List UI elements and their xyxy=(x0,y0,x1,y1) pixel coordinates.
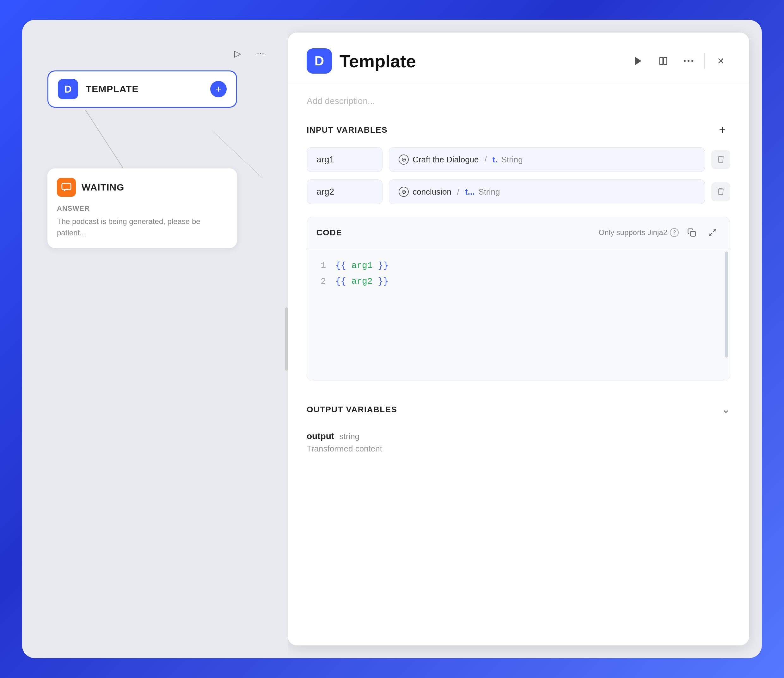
template-node-add-button[interactable]: + xyxy=(210,81,227,97)
code-header-right: Only supports Jinja2 ? xyxy=(599,225,720,240)
code-line-1: 1 {{ arg1 }} xyxy=(316,258,720,274)
panel-app-icon: D xyxy=(307,48,332,74)
panel-more-button[interactable] xyxy=(679,51,698,70)
add-variable-button[interactable]: + xyxy=(714,122,730,138)
canvas-decorative-svg xyxy=(22,20,288,658)
answer-section: ANSWER The podcast is being generated, p… xyxy=(57,204,228,238)
code-copy-button[interactable] xyxy=(684,225,700,240)
variable-source-t-1: t. xyxy=(493,155,497,165)
output-var-type: string xyxy=(340,432,360,441)
canvas-toolbar: ▷ ··· xyxy=(229,45,269,62)
delete-variable-button-2[interactable] xyxy=(711,182,730,201)
panel-content[interactable]: Add description... INPUT VARIABLES + arg… xyxy=(288,83,749,645)
panel-resize-handle[interactable] xyxy=(285,307,288,371)
variable-source-slash-2: / xyxy=(457,187,459,197)
jinja-info: Only supports Jinja2 ? xyxy=(599,228,679,237)
svg-marker-3 xyxy=(635,58,641,65)
code-scrollbar xyxy=(725,252,728,358)
code-expand-button[interactable] xyxy=(705,225,720,240)
code-var-2: arg2 xyxy=(346,277,378,286)
main-container: ▷ ··· D TEMPLATE + xyxy=(22,20,762,658)
svg-line-0 xyxy=(85,110,123,168)
svg-point-7 xyxy=(687,60,689,62)
template-node-label: TEMPLATE xyxy=(86,84,139,95)
svg-rect-2 xyxy=(62,183,71,190)
variable-source-name-1: Craft the Dialogue xyxy=(413,155,479,165)
panel-book-button[interactable] xyxy=(654,51,673,70)
variable-source-type-1: String xyxy=(501,155,523,165)
variable-name-1[interactable]: arg1 xyxy=(307,147,382,172)
variable-source-icon-1: ⊕ xyxy=(399,154,409,165)
output-chevron-icon[interactable]: ⌄ xyxy=(722,403,730,415)
input-variables-title: INPUT VARIABLES xyxy=(307,125,388,135)
answer-title: ANSWER xyxy=(57,204,228,213)
waiting-node-icon xyxy=(57,178,76,197)
svg-line-10 xyxy=(713,229,716,232)
variable-row-1: arg1 ⊕ Craft the Dialogue / t. String xyxy=(307,147,730,172)
svg-point-8 xyxy=(691,60,693,62)
line-number-1: 1 xyxy=(316,258,326,274)
canvas-play-button[interactable]: ▷ xyxy=(229,45,246,62)
waiting-node-label: WAITING xyxy=(81,182,124,193)
description-placeholder[interactable]: Add description... xyxy=(307,96,730,106)
detail-panel: D Template xyxy=(288,33,749,645)
info-icon[interactable]: ? xyxy=(670,228,679,237)
header-actions: × xyxy=(628,51,730,70)
svg-rect-4 xyxy=(660,58,663,65)
bracket-close-2: }} xyxy=(378,277,388,286)
code-line-2: 2 {{ arg2 }} xyxy=(316,274,720,289)
variable-source-t-2: t... xyxy=(465,187,474,197)
delete-variable-button-1[interactable] xyxy=(711,150,730,169)
answer-text: The podcast is being generated, please b… xyxy=(57,216,228,238)
variable-source-icon-2: ⊕ xyxy=(399,187,409,197)
code-line-2-content: {{ arg2 }} xyxy=(335,274,388,289)
waiting-node[interactable]: WAITING ANSWER The podcast is being gene… xyxy=(47,168,237,248)
variable-source-2[interactable]: ⊕ conclusion / t... String xyxy=(389,179,705,204)
code-line-1-content: {{ arg1 }} xyxy=(335,258,388,274)
code-section-title: CODE xyxy=(316,228,342,238)
output-row: output string Transformed content xyxy=(307,428,730,457)
svg-point-6 xyxy=(684,60,686,62)
waiting-node-header: WAITING xyxy=(57,178,228,197)
output-variables-title: OUTPUT VARIABLES xyxy=(307,405,397,415)
template-node[interactable]: D TEMPLATE + xyxy=(47,70,237,108)
template-node-icon: D xyxy=(58,79,78,99)
panel-title: Template xyxy=(340,51,621,72)
bracket-open-2: {{ xyxy=(335,277,346,286)
header-divider xyxy=(705,53,705,69)
panel-close-button[interactable]: × xyxy=(711,51,730,70)
panel-play-button[interactable] xyxy=(628,51,647,70)
canvas-more-button[interactable]: ··· xyxy=(252,45,269,62)
variable-source-name-2: conclusion xyxy=(413,187,451,197)
code-var-1: arg1 xyxy=(346,261,378,271)
output-variables-section: OUTPUT VARIABLES ⌄ output string Transfo… xyxy=(307,397,730,476)
variable-source-type-2: String xyxy=(478,187,500,197)
svg-rect-5 xyxy=(664,58,667,65)
variable-source-slash-1: / xyxy=(485,155,487,165)
output-var-desc: Transformed content xyxy=(307,444,730,454)
svg-line-11 xyxy=(709,233,712,236)
jinja-label: Only supports Jinja2 xyxy=(599,228,667,237)
code-header: CODE Only supports Jinja2 ? xyxy=(307,217,730,248)
canvas-panel: ▷ ··· D TEMPLATE + xyxy=(22,20,288,658)
input-variables-header: INPUT VARIABLES + xyxy=(307,122,730,138)
output-var-name: output xyxy=(307,431,334,441)
output-variables-header: OUTPUT VARIABLES ⌄ xyxy=(307,397,730,422)
svg-rect-9 xyxy=(691,232,695,236)
output-name-row: output string xyxy=(307,431,730,442)
line-number-2: 2 xyxy=(316,274,326,289)
variable-row-2: arg2 ⊕ conclusion / t... String xyxy=(307,179,730,204)
code-body[interactable]: 1 {{ arg1 }} 2 {{ arg2 }} xyxy=(307,248,730,381)
code-section: CODE Only supports Jinja2 ? xyxy=(307,217,730,381)
variable-name-2[interactable]: arg2 xyxy=(307,179,382,204)
panel-header: D Template xyxy=(288,33,749,83)
bracket-open-1: {{ xyxy=(335,261,346,271)
variable-source-1[interactable]: ⊕ Craft the Dialogue / t. String xyxy=(389,147,705,172)
bracket-close-1: }} xyxy=(378,261,388,271)
